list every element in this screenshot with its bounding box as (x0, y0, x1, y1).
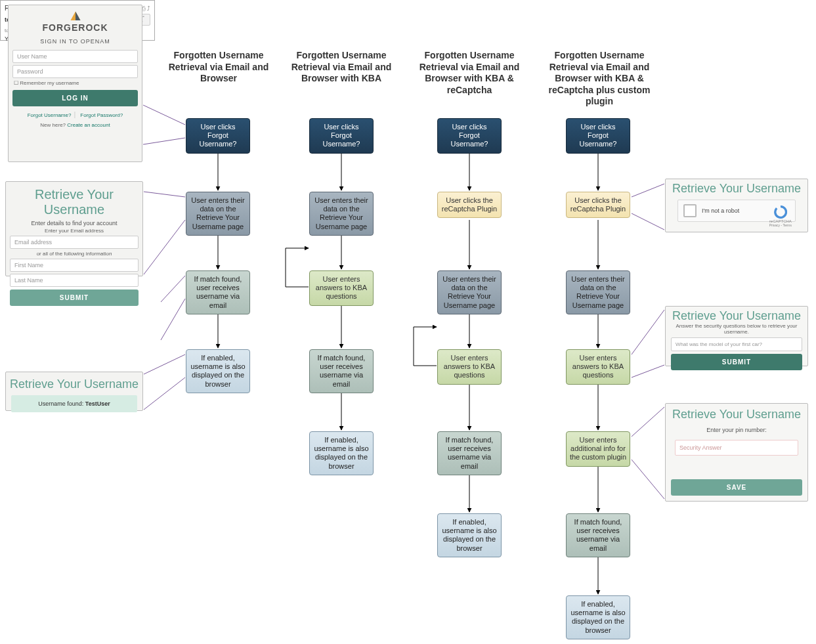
svg-line-23 (161, 299, 185, 340)
heading-col4: Forgotten Username Retrieval via Email a… (540, 50, 658, 108)
remember-label: Remember my username (20, 80, 79, 86)
forgot-username-link[interactable]: Forgot Username? (28, 112, 72, 118)
c2-kba: User enters answers to KBA questions (309, 270, 374, 306)
remember-checkbox[interactable]: ☐ Remember my username (14, 80, 137, 86)
username-input[interactable]: User Name (12, 50, 138, 63)
c3-kba: User enters answers to KBA questions (437, 349, 502, 385)
svg-line-19 (143, 138, 185, 144)
c2-enter-data: User enters their data on the Retrieve Y… (309, 192, 374, 236)
c1-enter-data: User enters their data on the Retrieve Y… (186, 192, 250, 236)
c4-browser: If enabled, username is also displayed o… (566, 595, 630, 639)
svg-line-26 (632, 184, 664, 197)
retrieve-found-card: Retrieve Your Username Username found: T… (5, 372, 143, 411)
svg-line-30 (632, 407, 664, 437)
retrieve-title: Retrieve Your Username (6, 182, 142, 219)
svg-line-22 (161, 276, 185, 302)
c4-email: If match found, user receives username v… (566, 513, 630, 557)
svg-line-24 (144, 354, 185, 374)
recaptcha-checkbox[interactable] (683, 204, 697, 217)
last-name-input[interactable]: Last Name (10, 274, 139, 287)
password-input[interactable]: Password (12, 65, 138, 78)
kba-answer-card: Retrieve Your Username Answer the securi… (665, 306, 808, 366)
retrieve-form-card: Retrieve Your Username Enter details to … (5, 181, 143, 276)
plugin-save-button[interactable]: SAVE (671, 479, 802, 496)
svg-line-21 (144, 220, 185, 274)
c3-email: If match found, user receives username v… (437, 431, 502, 475)
svg-marker-33 (75, 12, 81, 21)
c4-recaptcha: User clicks the reCaptcha Plugin (566, 192, 630, 218)
first-name-input[interactable]: First Name (10, 259, 139, 272)
forgerock-mark-icon (70, 11, 81, 22)
svg-line-28 (632, 310, 664, 354)
kba-question-input[interactable]: What was the model of your first car? (671, 337, 802, 351)
kba-instructions: Answer the security questions below to r… (671, 323, 802, 335)
forgot-password-link[interactable]: Forgot Password? (80, 112, 123, 118)
login-card: FORGEROCK SIGN IN TO OPENAM User Name Pa… (8, 5, 142, 162)
new-here-text: New here? (40, 122, 66, 128)
c1-email: If match found, user receives username v… (186, 270, 250, 314)
plugin-instructions: Enter your pin number: (666, 427, 807, 433)
c4-start: User clicks Forgot Username? (566, 118, 630, 154)
signin-title: SIGN IN TO OPENAM (9, 38, 142, 45)
heading-col3: Forgotten Username Retrieval via Email a… (410, 50, 528, 96)
brand-text: FORGEROCK (9, 22, 142, 33)
retrieve-help2: Enter your Email address (6, 228, 142, 234)
c4-plugin: User enters additional info for the cust… (566, 431, 630, 467)
c3-browser: If enabled, username is also displayed o… (437, 513, 502, 557)
c4-kba: User enters answers to KBA questions (566, 349, 630, 385)
c2-start: User clicks Forgot Username? (309, 118, 374, 154)
heading-col1: Forgotten Username Retrieval via Email a… (160, 50, 278, 85)
c1-browser: If enabled, username is also displayed o… (186, 349, 250, 393)
email-print-icon[interactable]: ⎙ ⤴ (142, 5, 150, 12)
c4-enter-data: User enters their data on the Retrieve Y… (566, 270, 630, 314)
c3-start: User clicks Forgot Username? (437, 118, 502, 154)
retrieve-or: or all of the following information (6, 251, 142, 257)
c1-start: User clicks Forgot Username? (186, 118, 250, 154)
found-message: Username found: TestUser (11, 395, 137, 412)
svg-line-27 (632, 213, 664, 230)
plugin-answer-input[interactable]: Security Answer (675, 440, 798, 456)
kba-submit-button[interactable]: SUBMIT (671, 354, 802, 370)
recaptcha-title: Retrieve Your Username (672, 179, 807, 196)
found-title: Retrieve Your Username (6, 372, 142, 393)
brand-logo: FORGEROCK (9, 8, 142, 34)
retrieve-submit-button[interactable]: SUBMIT (10, 290, 139, 306)
recaptcha-card: Retrieve Your Username I'm not a robot r… (665, 179, 808, 232)
heading-col2: Forgotten Username Retrieval via Email a… (282, 50, 400, 85)
retrieve-help1: Enter details to find your account (6, 220, 142, 226)
c3-recaptcha: User clicks the reCaptcha Plugin (437, 192, 502, 218)
c3-enter-data: User enters their data on the Retrieve Y… (437, 270, 502, 314)
svg-line-29 (632, 365, 664, 377)
plugin-title: Retrieve Your Username (672, 404, 807, 421)
c2-email: If match found, user receives username v… (309, 349, 374, 393)
svg-line-31 (632, 460, 664, 499)
create-account-link[interactable]: Create an account (67, 122, 110, 128)
c2-browser: If enabled, username is also displayed o… (309, 431, 374, 475)
recaptcha-label: I'm not a robot (702, 207, 739, 214)
svg-line-20 (144, 192, 185, 197)
recaptcha-logo-icon: reCAPTCHA Privacy - Terms (769, 205, 792, 227)
kba-title: Retrieve Your Username (672, 307, 807, 323)
email-input[interactable]: Email address (10, 236, 139, 249)
plugin-card: Retrieve Your Username Enter your pin nu… (665, 403, 808, 502)
svg-line-18 (143, 105, 185, 125)
login-button[interactable]: LOG IN (12, 90, 138, 106)
svg-line-25 (144, 377, 185, 410)
